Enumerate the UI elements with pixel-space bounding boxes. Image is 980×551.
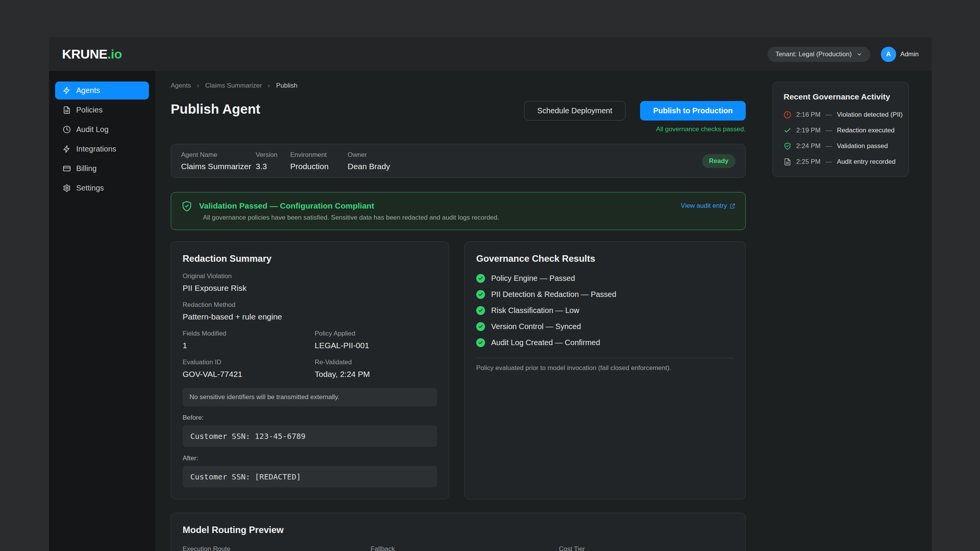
recent-governance-activity-card: Recent Governance Activity 2:16 PM — Vio… (773, 82, 909, 177)
banner-description: All governance policies have been satisf… (199, 214, 499, 222)
check-item: Version Control — Synced (476, 322, 734, 331)
sidebar-item-billing[interactable]: Billing (55, 160, 149, 178)
activity-item: 2:24 PM — Validation passed (784, 142, 898, 150)
sidebar-item-policies[interactable]: Policies (55, 101, 149, 119)
field-label: Cost Tier (559, 545, 734, 551)
activity-time: 2:16 PM (796, 111, 820, 119)
check-circle-icon (476, 306, 485, 315)
sidebar-item-agents[interactable]: Agents (55, 82, 149, 99)
original-violation-value: PII Exposure Risk (183, 284, 437, 293)
status-badge: Ready (702, 154, 735, 168)
main-content: Agents Claims Summarizer Publish Publish… (155, 71, 932, 551)
version-value: 3.3 (256, 162, 290, 171)
field-label: Version (256, 151, 290, 159)
field-label: Fields Modified (183, 330, 315, 337)
governance-caption: All governance checks passed. (656, 126, 746, 133)
sidebar-nav: Agents Policies Audit Log Integrations B… (49, 71, 155, 551)
sidebar-item-integrations[interactable]: Integrations (55, 140, 149, 158)
check-label: Risk Classification — Low (491, 306, 579, 315)
publish-to-production-button[interactable]: Publish to Production (640, 101, 746, 121)
check-circle-icon (476, 322, 485, 331)
field-label: Fallback (371, 545, 559, 551)
breadcrumb-agents[interactable]: Agents (171, 82, 191, 90)
sidebar-item-label: Audit Log (76, 125, 109, 134)
check-circle-icon (476, 274, 485, 283)
governance-footnote: Policy evaluated prior to model invocati… (476, 364, 734, 372)
breadcrumb-publish: Publish (276, 82, 297, 90)
policy-applied-value: LEGAL-PII-001 (315, 341, 437, 350)
card-title: Model Routing Preview (183, 525, 734, 535)
view-audit-entry-link[interactable]: View audit entry (681, 202, 735, 210)
activity-label: Validation passed (837, 142, 888, 150)
user-name: Admin (900, 51, 919, 58)
credit-card-icon (63, 165, 71, 173)
shield-check-icon (181, 201, 193, 222)
activity-item: 2:16 PM — Violation detected (PII) (784, 111, 898, 119)
check-item: Policy Engine — Passed (476, 274, 734, 283)
field-label: Original Violation (183, 272, 437, 280)
user-menu[interactable]: A Admin (881, 47, 919, 62)
header-right: Tenant: Legal (Production) A Admin (768, 47, 919, 62)
field-label: Owner (348, 151, 390, 159)
card-title: Redaction Summary (183, 253, 437, 264)
right-rail: Recent Governance Activity 2:16 PM — Vio… (773, 82, 909, 551)
card-title: Governance Check Results (476, 253, 734, 264)
chevron-right-icon (266, 83, 271, 88)
avatar: A (881, 47, 896, 62)
tenant-selector[interactable]: Tenant: Legal (Production) (768, 47, 870, 62)
top-bar: KRUNE.io Tenant: Legal (Production) A Ad… (49, 37, 932, 71)
check-label: PII Detection & Redaction — Passed (491, 290, 616, 299)
check-circle-icon (476, 338, 485, 347)
check-label: Version Control — Synced (491, 322, 581, 331)
activity-title: Recent Governance Activity (784, 92, 898, 101)
evaluation-id-value: GOV-VAL-77421 (183, 370, 315, 379)
page-title: Publish Agent (171, 101, 260, 117)
sidebar-item-settings[interactable]: Settings (55, 179, 149, 197)
after-label: After: (183, 455, 437, 462)
governance-check-results-card: Governance Check Results Policy Engine —… (464, 241, 746, 499)
separator: — (825, 127, 832, 134)
activity-label: Audit entry recorded (837, 158, 895, 166)
alert-circle-icon (784, 111, 791, 119)
sidebar-item-label: Integrations (76, 145, 116, 153)
shield-check-icon (784, 142, 791, 150)
document-icon (63, 106, 71, 114)
brand-primary: KRUNE (62, 47, 107, 61)
sidebar-item-audit-log[interactable]: Audit Log (55, 121, 149, 139)
field-label: Policy Applied (315, 330, 437, 337)
divider (476, 358, 734, 358)
link-label: View audit entry (681, 202, 727, 210)
activity-item: 2:25 PM — Audit entry recorded (784, 158, 898, 166)
activity-time: 2:25 PM (796, 158, 820, 166)
before-code: Customer SSN: 123-45-6789 (183, 425, 437, 447)
separator: — (825, 142, 832, 150)
revalidated-value: Today, 2:24 PM (315, 370, 437, 379)
activity-label: Redaction executed (837, 127, 894, 134)
bolt-icon (63, 145, 71, 153)
fields-modified-value: 1 (183, 341, 315, 350)
chevron-down-icon (856, 51, 862, 57)
breadcrumb-claims-summarizer[interactable]: Claims Summarizer (205, 82, 262, 90)
banner-title: Validation Passed — Configuration Compli… (199, 201, 499, 210)
document-icon (784, 158, 791, 166)
schedule-deployment-button[interactable]: Schedule Deployment (524, 101, 626, 121)
owner-value: Dean Brady (348, 162, 390, 171)
field-label: Redaction Method (183, 301, 437, 309)
check-label: Audit Log Created — Confirmed (491, 338, 600, 347)
sidebar-item-label: Agents (76, 86, 100, 95)
external-link-icon (730, 203, 735, 209)
agent-info-bar: Agent Name Claims Summarizer Version 3.3… (171, 144, 746, 178)
sidebar-item-label: Policies (76, 106, 103, 114)
after-code: Customer SSN: [REDACTED] (183, 466, 437, 487)
activity-time: 2:19 PM (796, 127, 820, 134)
sidebar-item-label: Billing (76, 164, 96, 173)
check-icon (784, 127, 791, 134)
before-label: Before: (183, 414, 437, 422)
separator: — (825, 158, 832, 166)
check-circle-icon (476, 290, 485, 299)
redaction-note: No sensitive identifiers will be transmi… (183, 388, 437, 406)
check-item: Risk Classification — Low (476, 306, 734, 315)
brand-suffix: .io (107, 47, 122, 61)
clock-icon (63, 126, 71, 134)
field-label: Re-Validated (315, 359, 437, 366)
